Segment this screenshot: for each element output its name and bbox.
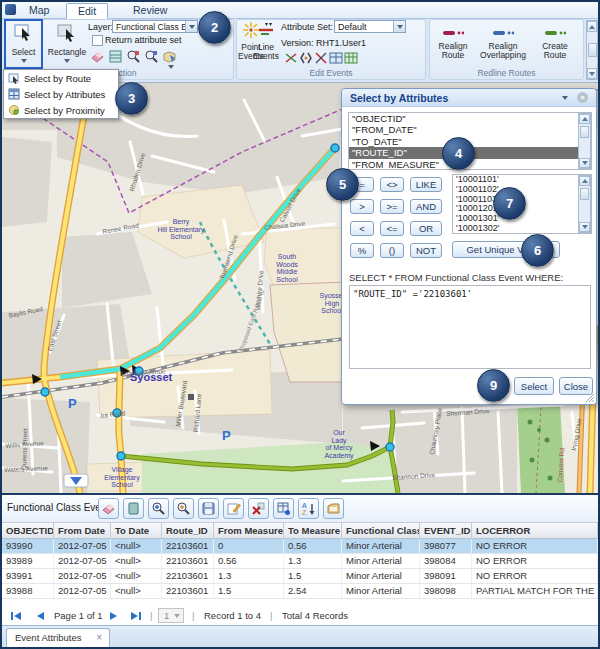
menu-item-select-by-attributes[interactable]: Select by Attributes [4,86,118,102]
scroll-up-icon[interactable] [579,114,590,124]
tab-edit[interactable]: Edit [66,3,108,19]
map-label-school: South Woods Middle School [262,253,312,283]
edit-attributes-button[interactable] [223,498,244,519]
cell: 22103601 [162,554,214,568]
close-tab-icon[interactable]: × [96,629,102,647]
column-header[interactable]: OBJECTID [2,523,54,538]
operator-or-button[interactable]: OR [410,221,442,236]
operator-less-equal-button[interactable]: <= [380,221,404,236]
column-header[interactable]: EVENT_ID [420,523,472,538]
first-page-button[interactable] [8,608,24,624]
column-header[interactable]: Route_ID [162,523,214,538]
scroll-down-icon[interactable] [579,158,590,168]
chevron-down-icon[interactable] [393,21,405,32]
column-header[interactable]: From Date [54,523,111,538]
map-label-school: Our Lady of Mercy Academy [314,429,364,459]
value-item[interactable]: '10001302' [453,224,591,234]
column-header[interactable]: To Date [111,523,162,538]
select-query-button[interactable]: Select [514,377,554,395]
scroll-down-icon[interactable] [579,222,590,232]
operator-and-button[interactable]: AND [410,199,442,214]
operator-not-equals-button[interactable]: <> [380,177,404,192]
column-header[interactable]: To Measure [284,523,342,538]
dialog-menu-icon[interactable] [562,96,568,100]
operator-greater-button[interactable]: > [350,199,374,214]
cell: <null> [111,554,162,568]
previous-page-button[interactable] [32,608,48,624]
switch-selection-button[interactable] [123,498,144,519]
operator-like-button[interactable]: LIKE [410,177,442,192]
rectangle-button[interactable]: Rectangle [46,21,88,67]
table-row[interactable]: 939892012-07-05<null>221036010.561.3Mino… [2,554,598,569]
snap-event-icon[interactable] [314,51,328,69]
attribute-set-dropdown[interactable]: Default [334,20,406,33]
column-header[interactable]: LOCERROR [472,523,598,538]
cell: 93991 [2,569,54,583]
sort-button[interactable]: AZ [298,498,319,519]
zoom-to-selected-button[interactable] [148,498,169,519]
clear-selection-button[interactable] [98,498,119,519]
event-grid-icon[interactable] [344,51,358,69]
where-clause-input[interactable]: "ROUTE_ID" ='22103601' [349,285,591,369]
scroll-up-icon[interactable] [587,21,597,32]
layer-label: Layer: [88,22,113,32]
operator-greater-equal-button[interactable]: >= [380,199,404,214]
clear-selection-icon[interactable] [90,49,105,68]
resize-grip[interactable] [586,394,594,402]
operator-not-button[interactable]: NOT [410,243,442,258]
field-list-scrollbar[interactable] [578,113,591,169]
separator: | [150,610,152,621]
realign-route-button[interactable]: Realign Route [432,24,474,60]
chevron-down-icon[interactable] [168,65,174,69]
pan-to-selected-button[interactable] [173,498,194,519]
last-page-button[interactable] [128,608,144,624]
scroll-down-icon[interactable] [587,68,597,79]
chevron-down-icon[interactable] [185,21,197,32]
split-event-icon[interactable] [284,51,298,69]
line-events-button[interactable]: Line Events [253,21,279,67]
tab-review[interactable]: Review [122,3,178,17]
event-table-icon[interactable] [329,51,343,69]
ribbon-scrollbar[interactable] [586,20,598,80]
tab-event-attributes[interactable]: Event Attributes × [6,628,110,647]
next-page-button[interactable] [106,608,122,624]
pan-to-selection-icon[interactable] [144,49,159,68]
scrollbar-thumb[interactable] [580,188,589,200]
field-item[interactable]: "FROM_DATE" [349,124,591,135]
table-row[interactable]: 939912012-07-05<null>221036011.31.5Minor… [2,569,598,584]
column-header[interactable]: Functional Class [342,523,420,538]
page-number-dropdown[interactable]: 1 [158,608,184,623]
scrollbar-thumb[interactable] [588,43,597,57]
column-header[interactable]: From Measure [214,523,284,538]
callout-4: 4 [442,137,475,170]
tab-map[interactable]: Map [18,3,60,17]
return-attribute-set-checkbox[interactable] [92,35,103,46]
operator-less-button[interactable]: < [350,221,374,236]
zoom-to-selection-icon[interactable] [126,49,141,68]
values-scrollbar[interactable] [578,175,591,233]
field-item[interactable]: "OBJECTID" [349,113,591,124]
delete-button[interactable] [248,498,269,519]
open-form-button[interactable] [323,498,344,519]
scroll-up-icon[interactable] [579,176,590,186]
operator-percent-button[interactable]: % [350,243,374,258]
close-button[interactable]: Close [559,377,593,395]
table-row[interactable]: 939882012-07-05<null>221036011.52.54Mino… [2,584,598,599]
merge-event-icon[interactable] [299,51,313,69]
select-by-attributes-dialog: Select by Attributes × "OBJECTID" "FROM_… [341,88,597,405]
create-route-button[interactable]: Create Route [532,24,578,60]
table-row[interactable]: 939902012-07-05<null>2210360100.56Minor … [2,539,598,554]
scrollbar-thumb[interactable] [580,126,589,138]
layer-dropdown[interactable]: Functional Class Event [112,20,198,33]
selection-list-icon[interactable] [108,49,123,68]
cell: 2.54 [284,584,342,598]
add-record-button[interactable] [273,498,294,519]
save-button[interactable] [198,498,219,519]
version-label: Version: RHT1.User1 [281,38,366,48]
operator-parentheses-button[interactable]: () [380,243,404,258]
cell: 0.56 [214,554,284,568]
menu-item-select-by-proximity[interactable]: Select by Proximity [4,102,118,118]
menu-item-select-by-route[interactable]: Select by Route [4,70,118,86]
realign-overlapping-button[interactable]: Realign Overlapping [476,24,530,60]
close-icon[interactable]: × [577,92,588,103]
